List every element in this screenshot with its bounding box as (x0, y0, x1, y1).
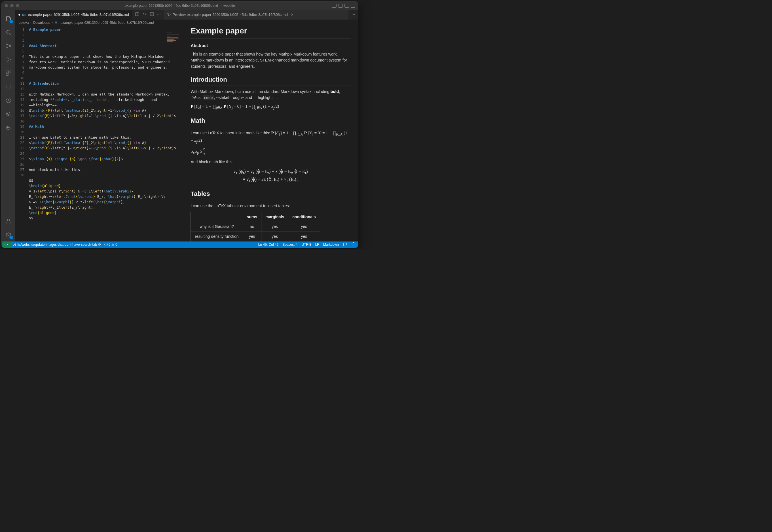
minimap[interactable] (166, 26, 183, 77)
more-actions-icon[interactable]: ⋯ (157, 12, 161, 17)
editor-pane: osteva › Downloads › M↓ example-paper-62… (15, 20, 183, 241)
line-gutter: 1234567891011121314151617181920212223242… (15, 26, 27, 241)
explorer-badge: 1 (9, 20, 13, 23)
tab-strip: ● M↓ example-paper-6291350b-b095-45dc-9d… (15, 10, 358, 20)
markdown-preview[interactable]: Example paper Abstract This is an exampl… (183, 20, 358, 241)
svg-rect-7 (6, 85, 11, 88)
svg-rect-18 (150, 13, 152, 16)
preview-pane: Example paper Abstract This is an exampl… (183, 20, 358, 241)
lens-icon[interactable] (2, 107, 15, 121)
search-icon[interactable] (2, 26, 15, 39)
preview-block-text: And block math like this: (191, 159, 351, 165)
svg-point-20 (168, 14, 169, 15)
svg-point-15 (7, 219, 9, 221)
titlebar: example-paper-6291350b-b095-45dc-9dbe-3a… (2, 2, 358, 10)
svg-point-0 (7, 30, 10, 34)
chevron-right-icon: › (52, 21, 53, 25)
close-traffic[interactable] (5, 4, 8, 7)
tab-label: Preview example-paper-6291350b-b095-45dc… (173, 12, 288, 17)
settings-gear-icon[interactable]: 1 (2, 228, 15, 241)
remote-indicator[interactable] (2, 241, 11, 248)
editor-actions: ⋯ (132, 10, 164, 20)
language-mode[interactable]: Markdown (323, 243, 339, 247)
explorer-icon[interactable]: 1 (2, 12, 15, 26)
vscode-window: example-paper-6291350b-b095-45dc-9dbe-3a… (1, 1, 358, 248)
accounts-icon[interactable] (2, 214, 15, 228)
window-title: example-paper-6291350b-b095-45dc-9dbe-3a… (125, 4, 235, 8)
svg-rect-6 (6, 73, 8, 75)
tab-editor[interactable]: ● M↓ example-paper-6291350b-b095-45dc-9d… (15, 10, 132, 20)
more-actions-icon[interactable]: ⋯ (352, 12, 355, 17)
preview-table: sumsmarginalsconditionalswhy is it Gauss… (191, 212, 320, 241)
svg-point-1 (6, 44, 8, 45)
svg-point-9 (7, 112, 10, 116)
markdown-file-icon: M↓ (55, 21, 59, 24)
zoom-traffic[interactable] (16, 4, 19, 7)
preview-intro-heading: Introduction (191, 75, 351, 86)
preview-abstract-text: This is an example paper that shows how … (191, 51, 351, 70)
breadcrumb-seg[interactable]: example-paper-6291350b-b095-45dc-9dbe-3a… (60, 21, 154, 25)
preview-tables-text: I can use the LaTeX tabular environment … (191, 203, 351, 209)
problems[interactable]: ⓧ 0 ⚠ 0 (104, 242, 117, 247)
status-bar: ⎇ fix/website/update-images-that-dont-ha… (2, 241, 358, 248)
svg-point-3 (9, 45, 11, 47)
remote-explorer-icon[interactable] (2, 80, 15, 94)
preview-tables-heading: Tables (191, 189, 351, 200)
code-editor[interactable]: 1234567891011121314151617181920212223242… (15, 26, 183, 241)
markdown-file-icon: M↓ (22, 13, 26, 16)
encoding[interactable]: UTF-8 (302, 243, 311, 247)
tab-label: example-paper-6291350b-b095-45dc-9dbe-3a… (28, 12, 129, 17)
extensions-icon[interactable] (2, 66, 15, 80)
svg-rect-19 (152, 13, 154, 16)
settings-badge: 1 (9, 236, 13, 239)
preview-math-heading: Math (191, 116, 351, 127)
eol[interactable]: LF (315, 243, 319, 247)
preview-eye-icon (166, 12, 171, 17)
preview-intro-text: With Mathpix Markdown, I can use all the… (191, 89, 351, 101)
minimize-traffic[interactable] (10, 4, 14, 7)
tab-preview[interactable]: Preview example-paper-6291350b-b095-45dc… (164, 10, 349, 20)
testing-icon[interactable] (2, 94, 15, 107)
docker-icon[interactable] (2, 121, 15, 134)
indentation[interactable]: Spaces: 4 (282, 243, 297, 247)
svg-point-16 (8, 234, 9, 236)
run-debug-icon[interactable] (2, 53, 15, 66)
toggle-sidebar-icon[interactable] (338, 4, 343, 8)
preview-math-inline: P [𝓔2] = 1 − ∏j∈A P [Yj = 0] = 1 − ∏j∈A … (191, 103, 351, 111)
notifications-icon[interactable] (351, 242, 356, 247)
svg-rect-14 (7, 126, 8, 127)
code-content[interactable]: # Example paper #### Abstract This is an… (27, 26, 183, 241)
customize-layout-icon[interactable] (351, 4, 355, 8)
run-cell-icon[interactable] (142, 12, 147, 17)
window-controls (5, 4, 19, 7)
chevron-right-icon: › (30, 21, 31, 25)
breadcrumb-seg[interactable]: osteva (19, 21, 29, 25)
activity-bar: 1 (2, 10, 15, 241)
source-control-icon[interactable] (2, 39, 15, 53)
toggle-preview-icon[interactable] (135, 12, 139, 17)
close-icon[interactable]: ✕ (289, 12, 294, 17)
breadcrumb-seg[interactable]: Downloads (33, 21, 50, 25)
preview-block-math: v1 (ψr) = v1 (φ̂ − Er) = z (φ̂ − Er, φ̂ … (191, 168, 351, 184)
preview-actions: ⋯ (349, 10, 358, 20)
toggle-secondary-icon[interactable] (344, 4, 349, 8)
svg-rect-5 (9, 71, 11, 73)
dirty-indicator-icon: ● (18, 12, 20, 17)
svg-rect-4 (6, 71, 8, 73)
preview-sigma: σxσp ≥ ℏ2 (191, 147, 351, 157)
preview-abstract-heading: Abstract (191, 42, 351, 49)
svg-point-2 (6, 47, 8, 48)
feedback-icon[interactable] (343, 242, 347, 247)
cursor-position[interactable]: Ln 45, Col 49 (258, 243, 278, 247)
breadcrumb[interactable]: osteva › Downloads › M↓ example-paper-62… (15, 20, 183, 26)
git-branch[interactable]: ⎇ fix/website/update-images-that-dont-ha… (12, 243, 101, 247)
toggle-panel-icon[interactable] (332, 4, 337, 8)
svg-point-10 (7, 113, 9, 115)
layout-controls (332, 4, 355, 8)
split-editor-icon[interactable] (150, 12, 154, 17)
preview-h1: Example paper (191, 25, 351, 39)
preview-math-text: I can use LaTeX to insert inline math li… (191, 130, 351, 145)
